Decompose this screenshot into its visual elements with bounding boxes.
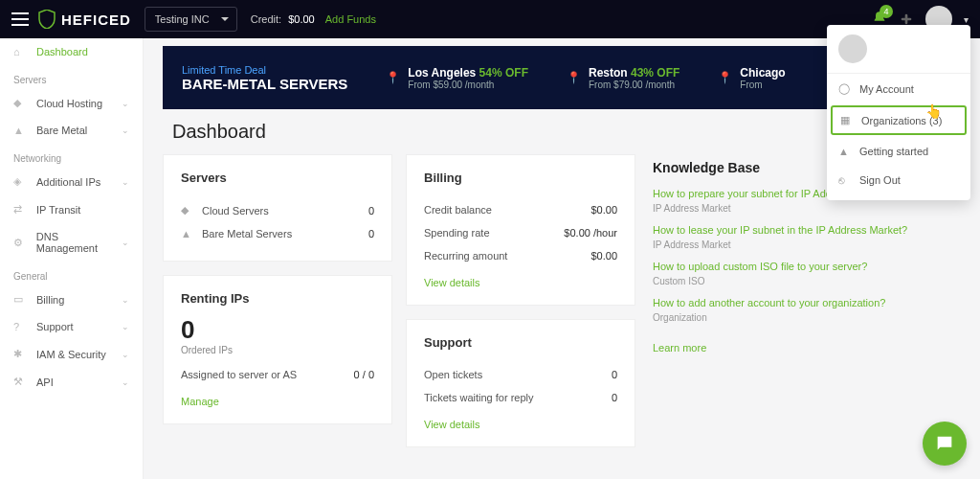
support-row: Tickets waiting for reply0 — [424, 386, 617, 409]
gear-icon: ⚙ — [13, 237, 29, 249]
sidebar-billing[interactable]: ▭Billing⌄ — [0, 285, 143, 313]
cloud-icon: ◆ — [13, 97, 29, 109]
sidebar-ip-transit[interactable]: ⇄IP Transit — [0, 195, 143, 223]
diamond-icon: ◈ — [13, 175, 29, 188]
billing-row: Recurring amount$0.00 — [424, 244, 617, 267]
pin-icon: 📍 — [386, 71, 400, 84]
sidebar-group-general: General — [0, 262, 143, 285]
lock-icon: ✱ — [13, 348, 29, 360]
kb-item: How to add another account to your organ… — [653, 296, 957, 323]
chevron-down-icon: ⌄ — [122, 377, 129, 387]
promo-tag: Limited Time Deal — [182, 64, 347, 76]
notification-badge: 4 — [880, 5, 893, 18]
chevron-down-icon: ⌄ — [122, 238, 129, 247]
home-icon: ⌂ — [13, 46, 29, 57]
sidebar-group-networking: Networking — [0, 144, 143, 168]
bare-metal-row: ▲Bare Metal Servers0 — [181, 222, 374, 245]
promo-deal-1: 📍 Reston 43% OFFFrom $79.00 /month — [567, 66, 679, 90]
user-icon: ◯ — [838, 82, 852, 95]
dropdown-header — [827, 25, 970, 74]
sidebar-dashboard[interactable]: ⌂ Dashboard — [0, 38, 143, 65]
svg-rect-1 — [905, 14, 908, 25]
support-details-link[interactable]: View details — [424, 409, 480, 430]
sidebar: ⌂ Dashboard Servers ◆Cloud Hosting⌄ ▲Bar… — [0, 38, 144, 479]
kb-item: How to upload custom ISO file to your se… — [653, 260, 957, 286]
kb-link[interactable]: How to upload custom ISO file to your se… — [653, 261, 867, 272]
menu-toggle[interactable] — [11, 12, 29, 26]
shield-icon — [38, 10, 56, 29]
dropdown-my-account[interactable]: ◯My Account — [827, 74, 970, 103]
chevron-down-icon: ⌄ — [122, 99, 129, 108]
card-title: Support — [424, 335, 617, 350]
assigned-row: Assigned to server or AS0 / 0 — [181, 363, 374, 386]
chat-fab[interactable] — [923, 422, 967, 466]
chevron-down-icon: ⌄ — [122, 322, 129, 331]
kb-item: How to lease your IP subnet in the IP Ad… — [653, 223, 957, 250]
server-icon: ▲ — [181, 228, 194, 240]
manage-link[interactable]: Manage — [181, 386, 219, 407]
billing-card: Billing Credit balance$0.00 Spending rat… — [406, 154, 635, 306]
dropdown-getting-started[interactable]: ▲Getting started — [827, 137, 970, 166]
user-dropdown: ◯My Account ▦Organizations (3) ▲Getting … — [827, 25, 970, 200]
card-title: Renting IPs — [181, 291, 374, 306]
promo-deal-0: 📍 Los Angeles 54% OFFFrom $59.00 /month — [386, 66, 528, 90]
billing-row: Credit balance$0.00 — [424, 198, 617, 221]
transit-icon: ⇄ — [13, 203, 29, 216]
dropdown-organizations[interactable]: ▦Organizations (3) — [831, 105, 967, 135]
diamond-icon: ◆ — [181, 204, 194, 217]
org-icon: ▦ — [840, 114, 854, 126]
kb-learn-more[interactable]: Learn more — [653, 332, 706, 354]
sidebar-cloud-hosting[interactable]: ◆Cloud Hosting⌄ — [0, 89, 143, 117]
kb-link[interactable]: How to lease your IP subnet in the IP Ad… — [653, 224, 907, 236]
sidebar-dns[interactable]: ⚙DNS Management⌄ — [0, 223, 143, 262]
chat-icon — [934, 433, 955, 454]
exit-icon: ⎋ — [838, 174, 852, 186]
ordered-label: Ordered IPs — [181, 345, 374, 355]
dropdown-sign-out[interactable]: ⎋Sign Out — [827, 166, 970, 194]
chevron-down-icon: ⌄ — [122, 295, 129, 305]
help-icon: ? — [13, 321, 29, 332]
pin-icon: 📍 — [718, 71, 732, 84]
add-funds-link[interactable]: Add Funds — [325, 13, 376, 25]
card-title: Billing — [424, 171, 617, 185]
chevron-down-icon: ⌄ — [122, 350, 129, 359]
server-icon: ▲ — [13, 125, 29, 136]
sidebar-group-servers: Servers — [0, 65, 143, 89]
sidebar-iam[interactable]: ✱IAM & Security⌄ — [0, 340, 143, 368]
card-icon: ▭ — [13, 293, 29, 306]
cloud-servers-row: ◆Cloud Servers0 — [181, 198, 374, 222]
brand-logo[interactable]: HEFICED — [38, 10, 131, 29]
servers-card: Servers ◆Cloud Servers0 ▲Bare Metal Serv… — [163, 154, 392, 262]
api-icon: ⚒ — [13, 376, 29, 388]
sidebar-support[interactable]: ?Support⌄ — [0, 313, 143, 340]
credit-value: $0.00 — [288, 13, 315, 25]
pin-icon: 📍 — [567, 71, 581, 84]
promo-deal-2: 📍 ChicagoFrom — [718, 66, 785, 90]
triangle-icon: ▲ — [838, 146, 852, 157]
billing-row: Spending rate$0.00 /hour — [424, 221, 617, 244]
brand-text: HEFICED — [61, 11, 131, 28]
card-title: Servers — [181, 171, 374, 185]
renting-card: Renting IPs 0 Ordered IPs Assigned to se… — [163, 275, 392, 424]
org-selector[interactable]: Testing INC — [145, 7, 237, 32]
sidebar-bare-metal[interactable]: ▲Bare Metal⌄ — [0, 117, 143, 144]
promo-title: BARE-METAL SERVERS — [182, 76, 347, 92]
support-card: Support Open tickets0 Tickets waiting fo… — [406, 319, 635, 447]
credit-area: Credit: $0.00 Add Funds — [251, 13, 376, 25]
chevron-down-icon: ⌄ — [122, 177, 129, 187]
kb-link[interactable]: How to add another account to your organ… — [653, 297, 885, 308]
sidebar-additional-ips[interactable]: ◈Additional IPs⌄ — [0, 168, 143, 195]
billing-details-link[interactable]: View details — [424, 267, 480, 288]
chevron-down-icon[interactable]: ▾ — [964, 14, 969, 25]
chevron-down-icon: ⌄ — [122, 125, 129, 135]
avatar — [838, 34, 867, 63]
support-row: Open tickets0 — [424, 363, 617, 386]
renting-count: 0 — [181, 315, 374, 345]
sidebar-api[interactable]: ⚒API⌄ — [0, 368, 143, 396]
